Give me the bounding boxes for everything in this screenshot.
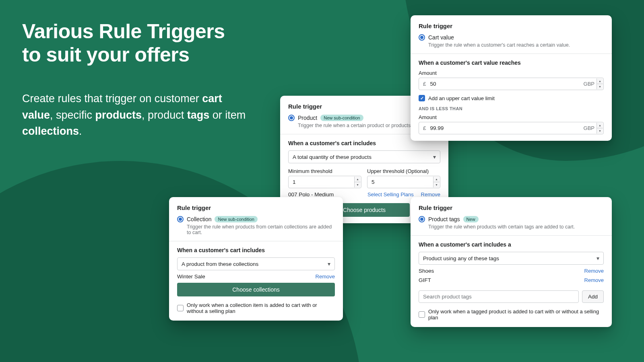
badge-new: New sub-condition (320, 115, 363, 121)
tag-name: Shoes (419, 268, 434, 274)
badge-new: New sub-condition (215, 216, 258, 222)
max-label: Upper threshold (Optional) (367, 168, 440, 174)
stepper-icon[interactable]: ▲▼ (433, 177, 440, 187)
tag-item-row: GIFT Remove (419, 277, 604, 286)
remove-link[interactable]: Remove (584, 277, 604, 283)
badge-new: New (463, 216, 479, 222)
card-cart-value: Rule trigger Cart value Trigger the rule… (411, 15, 612, 141)
product-name: 007 Polo - Medium (288, 191, 334, 197)
checkbox-icon (419, 95, 425, 101)
radio-collection[interactable]: Collection New sub-condition (177, 216, 335, 222)
min-threshold-input[interactable]: 1 ▲▼ (288, 176, 361, 188)
radio-cart-value[interactable]: Cart value (419, 34, 604, 41)
remove-link[interactable]: Remove (421, 191, 440, 197)
section-label: When a customer's cart value reaches (419, 60, 604, 66)
search-tags-input[interactable]: Search product tags (419, 290, 579, 303)
upper-limit-checkbox[interactable]: Add an upper cart value limit (419, 95, 604, 101)
checkbox-icon (419, 311, 425, 318)
section-label: When a customer's cart includes a (419, 241, 604, 248)
amount-label-2: Amount (419, 114, 604, 120)
selling-plan-checkbox[interactable]: Only work when a tagged product is added… (419, 309, 604, 321)
help-text: Trigger the rule when products from cert… (187, 224, 335, 235)
radio-product-tags[interactable]: Product tags New (419, 216, 604, 222)
add-button[interactable]: Add (582, 290, 604, 303)
card-product-tags: Rule trigger Product tags New Trigger th… (411, 197, 612, 327)
collection-item-row: Winter Sale Remove (177, 270, 335, 283)
hero-body: Create rules that trigger on customer ca… (22, 90, 248, 140)
radio-icon (419, 216, 425, 222)
help-text: Trigger the rule when a customer's cart … (428, 42, 604, 48)
tag-name: GIFT (419, 277, 431, 283)
select-selling-plans-link[interactable]: Select Selling Plans (367, 191, 414, 197)
card-title: Rule trigger (177, 204, 335, 211)
choose-collections-button[interactable]: Choose collections (177, 283, 335, 296)
stepper-icon[interactable]: ▲▼ (354, 177, 361, 187)
stepper-icon[interactable]: ▲▼ (597, 78, 603, 89)
remove-link[interactable]: Remove (584, 268, 604, 274)
radio-icon (177, 216, 184, 222)
stepper-icon[interactable]: ▲▼ (597, 123, 603, 134)
card-collection: Rule trigger Collection New sub-conditio… (169, 197, 343, 321)
checkbox-icon (177, 305, 184, 311)
section-label: When a customer's cart includes (288, 140, 440, 146)
max-threshold-input[interactable]: 5 ▲▼ (367, 176, 440, 188)
chevron-down-icon: ▾ (328, 261, 330, 267)
collection-name: Winter Sale (177, 274, 205, 280)
card-title: Rule trigger (419, 204, 604, 211)
selling-plan-checkbox[interactable]: Only work when a collection item is adde… (177, 302, 335, 314)
amount-upper-input[interactable]: £ 99.99 GBP ▲▼ (419, 122, 604, 134)
radio-icon (419, 34, 425, 41)
card-title: Rule trigger (419, 23, 604, 29)
radio-icon (288, 115, 295, 121)
hero-title: Various Rule Triggers to suit your offer… (22, 20, 248, 66)
chevron-down-icon: ▾ (433, 154, 436, 160)
and-less-label: And is less than (419, 106, 604, 111)
help-text: Trigger the rule when products with cert… (428, 224, 604, 230)
hero-copy: Various Rule Triggers to suit your offer… (22, 20, 248, 140)
section-label: When a customer's cart includes (177, 247, 335, 253)
amount-input[interactable]: £ 50 GBP ▲▼ (419, 78, 604, 90)
tags-select[interactable]: Product using any of these tags ▾ (419, 252, 604, 265)
remove-link[interactable]: Remove (316, 274, 335, 280)
quantity-select[interactable]: A total quantity of these products ▾ (288, 150, 440, 163)
chevron-down-icon: ▾ (597, 255, 599, 261)
collection-select[interactable]: A product from these collections ▾ (177, 257, 335, 270)
tag-item-row: Shoes Remove (419, 265, 604, 277)
amount-label: Amount (419, 70, 604, 76)
min-label: Minimum threshold (288, 168, 361, 174)
